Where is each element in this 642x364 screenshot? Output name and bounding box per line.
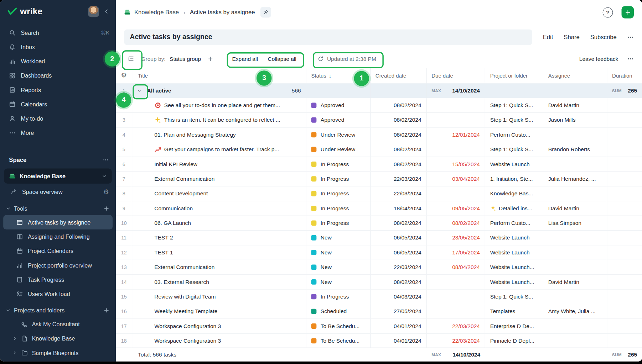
task-title-cell[interactable]: TEST 1: [132, 246, 306, 260]
project-cell[interactable]: Website Launch: [485, 246, 543, 260]
assignee-cell[interactable]: [543, 334, 607, 348]
sidebar-item-task-progress[interactable]: Task Progress: [3, 272, 113, 286]
task-status-cell[interactable]: New: [306, 246, 371, 260]
collapse-all-button[interactable]: Collapse all: [268, 56, 296, 62]
due-date-cell[interactable]: 09/05/2024: [427, 201, 485, 215]
breadcrumb-space[interactable]: Knowledge Base: [134, 9, 179, 15]
due-date-cell[interactable]: 08/04/2024: [427, 260, 485, 274]
sidebar-item-search[interactable]: Search ⌘K: [0, 25, 116, 39]
task-title-cell[interactable]: Workspace Configuration 3: [132, 334, 306, 348]
task-title-cell[interactable]: Weekly Meeting Template: [132, 304, 306, 318]
column-header-assignee[interactable]: Assignee: [543, 68, 607, 83]
updated-button[interactable]: Updated at 2:38 PM: [314, 53, 379, 64]
task-status-cell[interactable]: Approved: [306, 98, 371, 112]
task-status-cell[interactable]: In Progress: [306, 157, 371, 171]
due-date-cell[interactable]: [427, 290, 485, 304]
table-row[interactable]: 11 TEST 2 New 06/05/2024 23/05/2024 Webs…: [116, 231, 642, 245]
task-status-cell[interactable]: In Progress: [306, 172, 371, 186]
task-title-cell[interactable]: Content Development: [132, 186, 306, 201]
table-settings-button[interactable]: ⚙: [120, 72, 127, 79]
task-title-cell[interactable]: TEST 2: [132, 231, 306, 245]
project-cell[interactable]: Pinnacle D Depl...: [485, 334, 543, 348]
task-title-cell[interactable]: External Communication: [132, 172, 306, 186]
due-date-cell[interactable]: 08/02/2024: [427, 216, 485, 230]
table-row[interactable]: 17 Workspace Configuration 3 To Be Sched…: [116, 319, 642, 333]
assignee-cell[interactable]: Brandon Roberts: [543, 142, 607, 157]
column-header-due[interactable]: Due date: [427, 68, 485, 83]
sidebar-item-more[interactable]: More: [0, 126, 116, 140]
sidebar-item-reports[interactable]: Reports: [0, 83, 116, 97]
project-cell[interactable]: Website Launch: [485, 157, 543, 171]
add-grouping-button[interactable]: [207, 56, 213, 62]
pin-button[interactable]: [260, 7, 271, 18]
project-cell[interactable]: Website Launch: [485, 231, 543, 245]
space-selector[interactable]: Knowledge Base: [4, 168, 112, 184]
projects-section-header[interactable]: Projects and folders: [0, 304, 116, 317]
group-row-all-active[interactable]: 1 All active 566 MAX 14/10/2024: [116, 83, 642, 98]
sidebar-item-dashboards[interactable]: Dashboards: [0, 68, 116, 83]
task-status-cell[interactable]: Approved: [306, 113, 371, 127]
task-status-cell[interactable]: Under Review: [306, 128, 371, 142]
due-date-cell[interactable]: 23/05/2024: [427, 231, 485, 245]
group-expand-chevron[interactable]: [135, 86, 144, 95]
table-row[interactable]: 8 Content Development In Progress 22/03/…: [116, 186, 642, 201]
assignee-cell[interactable]: [543, 186, 607, 201]
project-cell[interactable]: Step 1: Quick S...: [485, 142, 543, 157]
column-header-status[interactable]: Status↓: [306, 68, 371, 83]
sidebar-item-users-work-load[interactable]: Users Work load: [3, 287, 113, 301]
table-row[interactable]: 13 External Communication New 22/03/2024…: [116, 260, 642, 275]
sidebar-item-project-portfolio-overview[interactable]: Project portfolio overview: [3, 258, 113, 272]
assignee-cell[interactable]: David Martin: [543, 275, 607, 289]
task-title-cell[interactable]: Initial KPI Review: [132, 157, 306, 171]
due-date-cell[interactable]: 12/01/2024: [427, 128, 485, 142]
task-status-cell[interactable]: Under Review: [306, 142, 371, 157]
table-row[interactable]: 18 Workspace Configuration 3 To Be Sched…: [116, 334, 642, 348]
project-cell[interactable]: Perform Custo...: [485, 216, 543, 230]
chevron-right-icon[interactable]: [12, 336, 17, 341]
task-title-cell[interactable]: 06. GA Launch: [132, 216, 306, 230]
assignee-cell[interactable]: Lisa Simpson: [543, 216, 607, 230]
sidebar-item-space-overview[interactable]: Space overview ⚙: [0, 184, 116, 199]
leave-feedback-button[interactable]: Leave feedback: [579, 56, 618, 62]
task-title-cell[interactable]: Review with Digital Team: [132, 290, 306, 304]
assignee-cell[interactable]: [543, 128, 607, 142]
due-date-cell[interactable]: 22/03/2024: [427, 334, 485, 348]
sidebar-item-project-calendars[interactable]: Project Calendars: [3, 244, 113, 258]
assignee-cell[interactable]: [543, 319, 607, 333]
assignee-cell[interactable]: [543, 290, 607, 304]
table-row[interactable]: 14 03. External Research New 08/02/2024 …: [116, 275, 642, 289]
column-header-created[interactable]: Created date: [371, 68, 426, 83]
assignee-cell[interactable]: [543, 260, 607, 274]
assignee-cell[interactable]: Amy White, Julia ...: [543, 304, 607, 318]
view-title-input[interactable]: Active tasks by assignee: [124, 30, 532, 45]
task-title-cell[interactable]: See all your to-dos in one place and get…: [132, 98, 306, 112]
subscribe-button[interactable]: Subscribe: [590, 34, 617, 40]
sidebar-item-ask-my-consultant[interactable]: Ask My Consultant: [3, 317, 113, 331]
sidebar-item-assigning-and-following[interactable]: Assigning and Following: [3, 230, 113, 244]
project-cell[interactable]: Enterprise D De...: [485, 319, 543, 333]
task-status-cell[interactable]: To Be Schedu...: [306, 319, 371, 333]
project-cell[interactable]: Step 1: Quick S...: [485, 290, 543, 304]
task-status-cell[interactable]: New: [306, 275, 371, 289]
expand-all-button[interactable]: Expand all: [232, 56, 258, 62]
project-cell[interactable]: Knowledge Bas...: [485, 186, 543, 201]
sidebar-item-calendars[interactable]: Calendars: [0, 97, 116, 111]
column-header-duration[interactable]: Duration: [607, 68, 642, 83]
table-row[interactable]: 3 This is an item. It can be configured …: [116, 113, 642, 127]
table-row[interactable]: 7 External Communication In Progress 22/…: [116, 172, 642, 186]
sidebar-item-my-to-do[interactable]: My to-do: [0, 111, 116, 126]
project-cell[interactable]: Detailed ins...: [485, 201, 543, 215]
table-row[interactable]: 16 Weekly Meeting Template Scheduled 27/…: [116, 304, 642, 319]
column-header-title[interactable]: Title: [132, 68, 306, 83]
title-more-button[interactable]: [627, 34, 634, 40]
assignee-cell[interactable]: [543, 246, 607, 260]
task-status-cell[interactable]: New: [306, 260, 371, 274]
task-title-cell[interactable]: This is an item. It can be configured to…: [132, 113, 306, 127]
due-date-cell[interactable]: 22/03/2024: [427, 319, 485, 333]
assignee-cell[interactable]: David Martin: [543, 201, 607, 215]
due-date-cell[interactable]: 03/04/2024: [427, 172, 485, 186]
due-date-cell[interactable]: [427, 142, 485, 157]
assignee-cell[interactable]: David Martin: [543, 98, 607, 112]
task-title-cell[interactable]: Communication: [132, 201, 306, 215]
task-status-cell[interactable]: In Progress: [306, 216, 371, 230]
